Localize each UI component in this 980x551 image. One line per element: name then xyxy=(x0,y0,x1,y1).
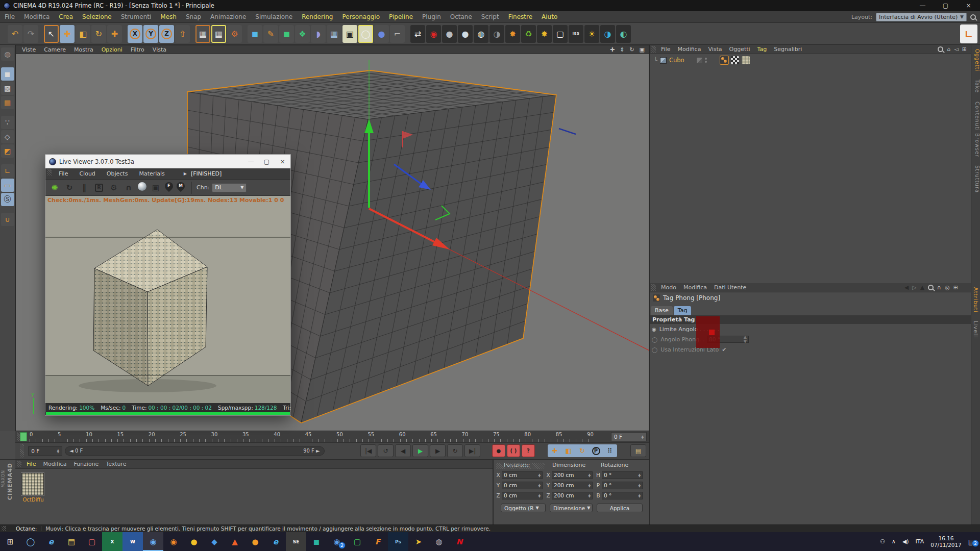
last-tool-icon[interactable]: ✚ xyxy=(107,25,122,43)
size-field[interactable]: 200 cm▲▼ xyxy=(552,471,593,479)
red-checkbox[interactable] xyxy=(709,330,715,335)
mode-icon[interactable] xyxy=(1,207,14,212)
position-field[interactable]: 0 cm▲▼ xyxy=(502,471,543,479)
prev-frame-button[interactable]: ◀ xyxy=(395,444,411,457)
side-tab[interactable]: Attributi xyxy=(973,287,978,313)
mm-menu-item[interactable]: Funzione xyxy=(70,461,102,467)
size-field[interactable]: 200 cm▲▼ xyxy=(552,482,593,489)
points-mode-icon[interactable]: ∵ xyxy=(1,116,14,129)
history-back-icon[interactable]: ◀ xyxy=(904,284,909,291)
floor-icon[interactable]: ▦ xyxy=(327,25,341,43)
search-icon[interactable] xyxy=(970,14,976,20)
frame-range-slider[interactable]: ◄ 0 F 90 F ► xyxy=(65,446,325,456)
zoom-view-icon[interactable]: ⇕ xyxy=(620,46,624,53)
live-selection-icon[interactable]: ↖ xyxy=(44,25,59,43)
goto-start-button[interactable]: |◀ xyxy=(360,444,376,457)
lock-resolution-icon[interactable]: ∩ xyxy=(123,182,134,193)
edges-mode-icon[interactable]: ◇ xyxy=(1,130,14,143)
rotate-view-icon[interactable]: ↻ xyxy=(629,46,634,53)
app-orange-icon[interactable]: ● xyxy=(245,532,265,551)
viewport-menu-item[interactable]: Camere xyxy=(40,46,70,53)
menu-item[interactable]: Mesh xyxy=(156,13,181,20)
lv-menu-item[interactable]: Objects xyxy=(101,170,134,177)
viewport-mouse-icon[interactable]: ▭ xyxy=(1,179,14,192)
enable-dots-icon[interactable] xyxy=(705,58,707,63)
checkmark-icon[interactable]: ✔ xyxy=(722,346,726,353)
notification-icon[interactable]: ▤ 2 xyxy=(968,538,975,546)
octane-vdb-icon[interactable]: ✸ xyxy=(537,25,552,43)
om-menu-item[interactable]: Oggetti xyxy=(726,46,754,53)
octane-diffuse-icon[interactable]: ● xyxy=(442,25,457,43)
goto-end-button[interactable]: ▶| xyxy=(464,444,480,457)
toolbar-icon[interactable] xyxy=(39,25,43,43)
mode-icon[interactable] xyxy=(1,62,14,66)
mm-menu-item[interactable]: Modifica xyxy=(39,461,70,467)
workplane-layout-icon[interactable]: ∟ xyxy=(960,24,977,43)
menu-item[interactable]: File xyxy=(0,13,19,20)
store-icon[interactable]: ▢ xyxy=(82,532,102,551)
rotation-field[interactable]: 0 °▲▼ xyxy=(602,492,643,499)
octane-hdrienv-icon[interactable]: ◐ xyxy=(616,25,631,43)
key-scale-icon[interactable]: ◧ xyxy=(562,445,575,457)
ie-icon[interactable]: e xyxy=(265,532,286,551)
focus-picker-icon[interactable]: F xyxy=(163,180,175,192)
lv-maximize-button[interactable]: ▢ xyxy=(259,158,275,165)
octane-ies-icon[interactable]: IES xyxy=(569,25,583,43)
toolbar-icon[interactable] xyxy=(243,25,247,43)
side-tab[interactable]: Struttura xyxy=(973,165,980,193)
arrow-right-icon[interactable]: ▶ xyxy=(170,171,187,176)
thunderbird-icon[interactable]: ◆ xyxy=(204,532,225,551)
viewport-menu-item[interactable]: Opzioni xyxy=(97,46,127,53)
rotate-tool-icon[interactable]: ↻ xyxy=(91,25,106,43)
deformer-icon[interactable]: ◗ xyxy=(311,25,326,43)
octane-daylight-icon[interactable]: ☀ xyxy=(584,25,599,43)
menu-item[interactable]: Plugin xyxy=(418,13,446,20)
om-menu-item[interactable]: File xyxy=(657,46,674,53)
mode-icon[interactable] xyxy=(1,159,14,163)
material-picker-icon[interactable]: M xyxy=(175,180,187,192)
octane-metal-icon[interactable]: ◑ xyxy=(489,25,504,43)
viewport-menu-item[interactable]: Viste xyxy=(18,46,40,53)
material-manager-icon[interactable]: ● xyxy=(374,25,389,43)
magnet-snap-icon[interactable]: ∪ xyxy=(1,213,14,226)
pause-render-icon[interactable]: ‖ xyxy=(79,182,90,193)
filter-path-icon[interactable]: ◅ xyxy=(954,46,958,53)
word-icon[interactable]: W xyxy=(122,532,143,551)
phong-tag-icon[interactable] xyxy=(720,56,728,64)
lock-z-icon[interactable]: Z xyxy=(159,25,174,43)
workplane-mode-icon[interactable]: ▦ xyxy=(1,96,14,109)
track-target-icon[interactable]: ◎ xyxy=(945,284,950,291)
app-teal-icon[interactable]: ◼ xyxy=(306,532,327,551)
mode-icon[interactable] xyxy=(1,110,14,115)
tab-base[interactable]: Base xyxy=(651,306,673,315)
lock-icon[interactable]: ∩ xyxy=(937,284,941,291)
stepper-icon[interactable]: ▲▼ xyxy=(744,335,747,344)
language-indicator[interactable]: ITA xyxy=(916,538,924,545)
steam-icon[interactable]: ◍ xyxy=(429,532,449,551)
keyframe-options-button[interactable]: ? xyxy=(522,444,535,457)
exchange-icon[interactable]: ⇄ xyxy=(410,25,425,43)
minimize-button[interactable]: — xyxy=(911,0,934,11)
excel-icon[interactable]: X xyxy=(102,532,122,551)
play-button[interactable]: ▶ xyxy=(412,444,428,457)
redo-icon[interactable]: ↷ xyxy=(23,25,38,43)
object-row-cubo[interactable]: └ Cubo xyxy=(650,54,980,64)
lv-menu-item[interactable]: Materials xyxy=(133,170,170,177)
om-menu-item[interactable]: Vista xyxy=(704,46,725,53)
app-bolt-icon[interactable]: ➤ xyxy=(408,532,429,551)
new-panel-icon[interactable]: ⊞ xyxy=(953,284,958,291)
add-object-icon[interactable]: ⊞ xyxy=(962,46,967,53)
play-loop-button[interactable]: ↻ xyxy=(447,444,463,457)
lv-title-bar[interactable]: Live Viewer 3.07.0 Test3a —▢× xyxy=(45,155,290,168)
menu-item[interactable]: Pipeline xyxy=(384,13,418,20)
render-settings-icon[interactable]: ▦ xyxy=(211,25,226,43)
cortana-icon[interactable]: ◯ xyxy=(20,532,41,551)
key-parameter-icon[interactable]: P xyxy=(590,445,603,457)
stepper-icon[interactable]: ▲▼ xyxy=(641,435,644,439)
menu-item[interactable]: Finestre xyxy=(504,13,537,20)
chrome-icon[interactable]: ◉ xyxy=(143,532,163,551)
firefox-icon[interactable]: ◉ xyxy=(163,532,184,551)
record-keyframe-button[interactable]: ● xyxy=(492,444,505,457)
material-tag-icon[interactable] xyxy=(742,56,750,64)
viewport-menu-item[interactable]: Filtro xyxy=(127,46,149,53)
